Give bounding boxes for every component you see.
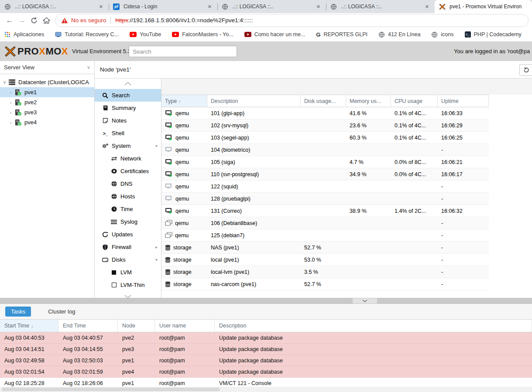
- table-row[interactable]: qemu128 (pruebaglpi)-: [161, 193, 489, 205]
- tree-item-pve1[interactable]: ›pve1: [0, 87, 94, 97]
- tab-tasks[interactable]: Tasks: [5, 307, 31, 317]
- reload-icon[interactable]: [28, 17, 40, 24]
- browser-tab[interactable]: ..:: LOGICASA ::..×: [0, 0, 109, 13]
- table-row[interactable]: qemu122 (squid)-: [161, 181, 489, 193]
- bookmark-item[interactable]: Aplicaciones: [4, 31, 44, 37]
- column-header-description[interactable]: Description: [207, 95, 301, 107]
- close-icon[interactable]: ×: [423, 3, 431, 10]
- nav-item-updates[interactable]: Updates: [95, 228, 161, 241]
- panel-splitter[interactable]: [0, 298, 532, 304]
- nav-item-search[interactable]: Search: [95, 89, 161, 102]
- caret-collapsed-icon[interactable]: ›: [8, 110, 14, 115]
- back-icon[interactable]: ←: [3, 16, 16, 25]
- close-icon[interactable]: ×: [315, 3, 322, 10]
- column-header-user-name[interactable]: User name: [155, 320, 215, 332]
- restart-button[interactable]: R: [519, 64, 532, 76]
- nav-item-certificates[interactable]: Certificates: [95, 165, 161, 177]
- chevron-down-icon: ∨: [87, 65, 90, 70]
- nav-item-notes[interactable]: Notes: [95, 114, 161, 127]
- tree-item-pve2[interactable]: ›pve2: [0, 97, 94, 107]
- column-header-disk-usage-[interactable]: Disk usage...: [301, 95, 346, 107]
- caret-collapsed-icon[interactable]: ›: [8, 120, 14, 125]
- cell-cpu: [391, 144, 438, 156]
- caret-collapsed-icon[interactable]: ›: [8, 90, 14, 95]
- table-row[interactable]: qemu110 (svr-postgresql)34.9 %0.0% of 4C…: [161, 168, 489, 181]
- nav-item-syslog[interactable]: Syslog: [95, 215, 161, 228]
- nav-item-summary[interactable]: Summary: [95, 102, 161, 114]
- table-row[interactable]: qemu104 (biometrico)-: [161, 144, 489, 156]
- task-row[interactable]: Aug 03 02:01:54Aug 03 02:01:59pve4root@p…: [0, 366, 532, 378]
- table-row[interactable]: qemu105 (siga)4.7 %0.0% of 8C...16:06:21: [161, 156, 489, 168]
- nav-item-firewall[interactable]: Firewall▸: [95, 241, 161, 253]
- column-header-type[interactable]: Type↑: [161, 95, 207, 107]
- column-header-memory-us-[interactable]: Memory us...: [346, 95, 391, 107]
- task-row[interactable]: Aug 03 04:14:51Aug 03 04:14:55pve3root@p…: [0, 344, 532, 355]
- bookmark-item[interactable]: ǤREPORTES GLPI: [316, 31, 367, 38]
- caret-collapsed-icon[interactable]: ›: [8, 100, 14, 105]
- table-row[interactable]: storagenas-carcom (pve1)52.7 %-: [161, 278, 489, 290]
- bookmark-item[interactable]: icons: [431, 31, 453, 38]
- bookmark-item[interactable]: FalconMasters - Yo...: [172, 31, 233, 37]
- table-row[interactable]: storageNAS (pve1)52.7 %-: [161, 242, 489, 254]
- column-header-cpu-usage[interactable]: CPU usage: [391, 95, 438, 107]
- nav-item-disks[interactable]: Disks▾: [95, 253, 161, 266]
- home-icon[interactable]: [40, 17, 52, 24]
- nav-item-network[interactable]: Network: [95, 152, 161, 165]
- splitter-handle[interactable]: [353, 298, 377, 303]
- bookmark-item[interactable]: c_PHP | Codecademy: [465, 31, 522, 37]
- table-row[interactable]: qemu125 (debian7)-: [161, 229, 489, 242]
- column-header-node[interactable]: Node: [118, 320, 155, 332]
- browser-tab[interactable]: ..:: LOGICASA ::..×: [217, 0, 326, 13]
- disk-value: 3.5 %: [304, 269, 318, 275]
- tasks-scrollbar[interactable]: [0, 387, 532, 392]
- column-header-description[interactable]: Description: [215, 320, 532, 332]
- close-icon[interactable]: ×: [206, 3, 213, 10]
- table-row[interactable]: qemu102 (srv-mysql)23.6 %0.1% of 4C...16…: [161, 119, 489, 132]
- sort-asc-icon: ↑: [178, 99, 181, 104]
- nav-item-lvm-thin[interactable]: LVM-Thin: [95, 279, 161, 291]
- tree-item-pve3[interactable]: ›pve3: [0, 107, 94, 117]
- nav-item-dns[interactable]: DNS: [95, 177, 161, 190]
- table-row[interactable]: storagelocal-lvm (pve1)3.5 %-: [161, 266, 489, 278]
- nav-item-hosts[interactable]: Hosts: [95, 190, 161, 203]
- caret-expanded-icon[interactable]: ∨: [2, 79, 7, 85]
- bookmark-item[interactable]: Como hacer un me...: [244, 31, 305, 37]
- nav-item-time[interactable]: Time: [95, 203, 161, 215]
- tree-item-datacenter[interactable]: ∨Datacenter (ClusterLOGICA: [0, 77, 94, 87]
- uptime-value: -: [441, 196, 443, 202]
- tree-item-pve4[interactable]: ›pve4: [0, 117, 94, 127]
- table-row[interactable]: qemu103 (segel-app)60.3 %0.1% of 4C...16…: [161, 132, 489, 144]
- table-row[interactable]: qemu106 (Debian8base)-: [161, 217, 489, 229]
- submenu-expanded-icon[interactable]: ▾: [155, 257, 158, 262]
- nav-item-lvm[interactable]: LVM: [95, 266, 161, 279]
- forward-icon[interactable]: →: [16, 16, 28, 25]
- submenu-expanded-icon[interactable]: ▾: [155, 143, 158, 148]
- tasks-table-body: Aug 03 04:40:53Aug 03 04:40:57pve2root@p…: [0, 332, 532, 389]
- table-row[interactable]: storagelocal (pve1)53.0 %-: [161, 254, 489, 266]
- tab-cluster-log[interactable]: Cluster log: [42, 307, 81, 317]
- nav-item-system[interactable]: System▾: [95, 140, 161, 152]
- nav-item-shell[interactable]: >_Shell: [95, 127, 161, 140]
- cell-type: qemu: [161, 132, 207, 143]
- bookmark-item[interactable]: YouTube: [130, 31, 161, 37]
- url-field[interactable]: No es seguro https://192.168.1.5:8006/#v…: [55, 14, 529, 27]
- column-header-end-time[interactable]: End Time: [58, 320, 118, 332]
- column-header-start-time[interactable]: Start Time↓: [0, 320, 58, 332]
- table-row[interactable]: qemu101 (glpi-app)41.6 %0.1% of 4C...16:…: [161, 107, 489, 119]
- view-selector[interactable]: Server View ∨: [0, 61, 94, 74]
- table-row[interactable]: qemu131 (Correo)38.9 %1.4% of 2C...16:06…: [161, 205, 489, 217]
- close-icon[interactable]: ×: [97, 3, 105, 10]
- search-input[interactable]: [129, 46, 237, 57]
- scrollbar-thumb[interactable]: [2, 388, 220, 391]
- submenu-collapsed-icon[interactable]: ▸: [155, 245, 158, 249]
- browser-tab[interactable]: pfCidesa - Login×: [109, 0, 217, 13]
- column-header-uptime[interactable]: Uptime: [438, 95, 489, 107]
- task-row[interactable]: Aug 03 04:40:53Aug 03 04:40:57pve2root@p…: [0, 332, 532, 344]
- scroll-up-icon[interactable]: [95, 78, 161, 89]
- browser-tab[interactable]: ..:: LOGICASA ::..×: [326, 0, 435, 13]
- task-row[interactable]: Aug 03 02:49:58Aug 03 02:50:03pve1root@p…: [0, 355, 532, 366]
- column-label: Disk usage...: [304, 98, 336, 104]
- browser-tab[interactable]: pve1 - Proxmox Virtual Environ: [435, 0, 532, 13]
- bookmark-item[interactable]: Tutorial: Recovery C...: [55, 31, 119, 37]
- bookmark-item[interactable]: 412 En Línea: [378, 31, 420, 38]
